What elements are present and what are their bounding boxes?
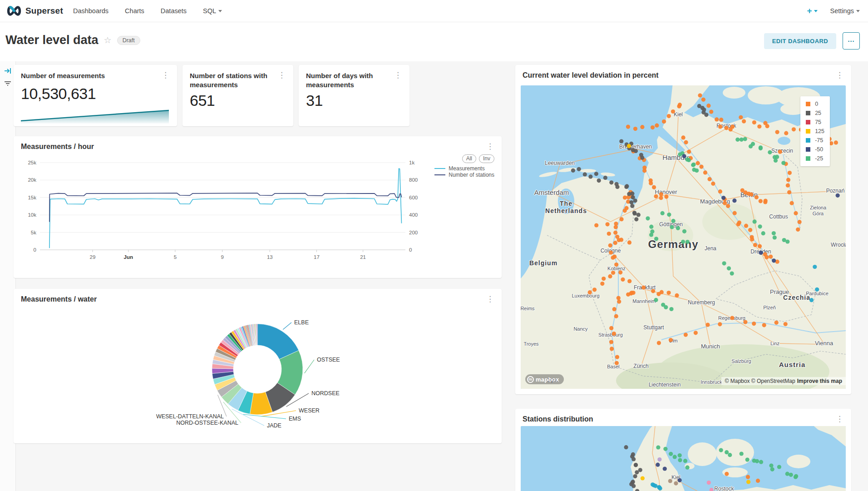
nav-item-datasets[interactable]: Datasets xyxy=(161,7,187,15)
hour-line-chart[interactable]: 005k20010k40015k60020k80025k1k29Jun59131… xyxy=(14,136,502,278)
dashboard-header: Water level data ☆ Draft EDIT DASHBOARD … xyxy=(0,22,868,61)
deviation-map-card: Current water level deviation in percent… xyxy=(515,65,851,394)
stations-map[interactable]: KielRostock xyxy=(521,426,846,491)
svg-text:10k: 10k xyxy=(28,212,36,218)
svg-text:13: 13 xyxy=(267,254,273,260)
map-legend-item[interactable]: -50 xyxy=(806,146,824,153)
water-donut-chart[interactable]: ELBEOSTSEENORDSEEWESEREMSJADENORD-OSTSEE… xyxy=(14,289,502,443)
svg-text:5: 5 xyxy=(174,254,177,260)
map-dots xyxy=(521,426,846,491)
legend-line-swatch xyxy=(434,174,445,175)
svg-text:WESER: WESER xyxy=(299,407,320,414)
kpi-title: Number of days with measurements xyxy=(306,71,402,90)
svg-text:WESEL-DATTELN-KANAL: WESEL-DATTELN-KANAL xyxy=(156,413,224,420)
kebab-menu-icon[interactable]: ⋮ xyxy=(833,414,846,424)
caret-down-icon xyxy=(218,10,222,12)
chart-title: Current water level deviation in percent xyxy=(515,65,851,79)
svg-text:400: 400 xyxy=(409,212,418,218)
superset-logo[interactable]: Superset xyxy=(6,6,63,16)
svg-text:OSTSEE: OSTSEE xyxy=(317,357,340,363)
expand-filter-bar-icon[interactable] xyxy=(4,67,12,75)
favorite-star-icon[interactable]: ☆ xyxy=(104,35,112,45)
top-nav: Superset DashboardsChartsDatasetsSQL + S… xyxy=(0,0,868,22)
kpi-value: 31 xyxy=(306,92,402,109)
status-badge: Draft xyxy=(117,36,140,45)
kpi-sparkline xyxy=(20,106,170,124)
dashboard-page: Superset DashboardsChartsDatasetsSQL + S… xyxy=(0,0,868,491)
legend-color-swatch xyxy=(806,156,810,161)
svg-text:EMS: EMS xyxy=(289,416,301,422)
svg-text:25k: 25k xyxy=(28,160,36,165)
svg-text:800: 800 xyxy=(409,177,418,183)
map-legend-item[interactable]: -75 xyxy=(806,137,824,144)
water-chart-card: Measurements / water ⋮ ELBEOSTSEENORDSEE… xyxy=(14,289,502,443)
caret-down-icon xyxy=(814,10,818,12)
nav-item-dashboards[interactable]: Dashboards xyxy=(73,7,108,15)
mapbox-logo[interactable]: mmapbox xyxy=(525,374,564,384)
legend-item[interactable]: Measurements xyxy=(434,165,494,172)
svg-text:1k: 1k xyxy=(409,160,414,165)
nav-menu: DashboardsChartsDatasetsSQL xyxy=(73,7,222,15)
svg-text:5k: 5k xyxy=(31,230,36,235)
svg-text:17: 17 xyxy=(314,254,320,260)
svg-text:0: 0 xyxy=(409,247,412,253)
map-dots xyxy=(521,85,846,389)
plus-icon: + xyxy=(807,6,812,16)
svg-text:ELBE: ELBE xyxy=(294,319,309,326)
new-item-button[interactable]: + xyxy=(807,6,817,16)
nav-item-sql[interactable]: SQL xyxy=(203,7,222,15)
page-title: Water level data xyxy=(5,33,99,47)
map-legend-item[interactable]: -25 xyxy=(806,155,824,162)
kebab-menu-icon[interactable]: ⋮ xyxy=(833,70,846,80)
legend-color-swatch xyxy=(806,111,810,115)
legend-color-swatch xyxy=(806,129,810,134)
svg-text:9: 9 xyxy=(221,254,223,260)
svg-text:Jun: Jun xyxy=(124,254,133,260)
nav-item-charts[interactable]: Charts xyxy=(125,7,144,15)
svg-text:0: 0 xyxy=(34,247,36,253)
mapbox-mark-icon: m xyxy=(527,376,534,383)
kebab-menu-icon[interactable]: ⋮ xyxy=(159,70,172,80)
stations-map-card: Stations distribution ⋮ xyxy=(515,409,851,491)
map-legend: 02575125-75-50-25 xyxy=(800,96,830,166)
more-actions-button[interactable]: ··· xyxy=(843,32,860,50)
legend-color-swatch xyxy=(806,138,810,143)
map-legend-item[interactable]: 125 xyxy=(806,128,824,134)
legend-color-swatch xyxy=(806,147,810,152)
map-legend-item[interactable]: 25 xyxy=(806,110,824,116)
improve-map-link[interactable]: Improve this map xyxy=(797,378,842,384)
kebab-menu-icon[interactable]: ⋮ xyxy=(276,70,288,80)
map-legend-item[interactable]: 75 xyxy=(806,119,824,125)
svg-text:JADE: JADE xyxy=(267,422,281,429)
legend-line-swatch xyxy=(434,168,445,169)
kpi-value: 10,530,631 xyxy=(21,85,170,103)
settings-menu[interactable]: Settings xyxy=(830,7,860,15)
kpi-value: 651 xyxy=(190,92,286,109)
svg-text:NORD-OSTSEE-KANAL: NORD-OSTSEE-KANAL xyxy=(176,420,238,426)
kebab-menu-icon[interactable]: ⋮ xyxy=(392,70,404,80)
legend-button-all[interactable]: All xyxy=(462,154,476,163)
superset-infinity-icon xyxy=(6,6,22,16)
chart-legend: AllInv MeasurementsNumber of stations xyxy=(434,154,494,178)
svg-text:20k: 20k xyxy=(28,177,36,183)
filter-icon[interactable] xyxy=(4,79,12,88)
legend-color-swatch xyxy=(806,120,810,124)
kpi-card-days: Number of days with measurements ⋮ 31 xyxy=(299,65,409,126)
svg-text:21: 21 xyxy=(360,254,366,260)
attribution-text[interactable]: © Mapbox © OpenStreetMap xyxy=(725,378,795,384)
hour-chart-card: Measurements / hour ⋮ AllInv Measurement… xyxy=(14,136,502,278)
svg-text:NORDSEE: NORDSEE xyxy=(311,390,340,397)
map-legend-item[interactable]: 0 xyxy=(806,101,824,107)
edit-dashboard-button[interactable]: EDIT DASHBOARD xyxy=(764,33,836,49)
legend-button-inv[interactable]: Inv xyxy=(479,154,494,163)
legend-item[interactable]: Number of stations xyxy=(434,172,494,178)
svg-text:29: 29 xyxy=(90,254,96,260)
svg-text:600: 600 xyxy=(409,195,418,200)
caret-down-icon xyxy=(856,10,860,12)
legend-color-swatch xyxy=(806,102,810,106)
brand-name: Superset xyxy=(25,6,63,16)
deviation-map[interactable]: The NetherlandsBelgiumGermanyCzechiaAust… xyxy=(521,85,846,389)
svg-text:200: 200 xyxy=(409,230,418,235)
svg-text:15k: 15k xyxy=(28,195,36,200)
map-attribution: © Mapbox © OpenStreetMapImprove this map xyxy=(721,377,846,385)
